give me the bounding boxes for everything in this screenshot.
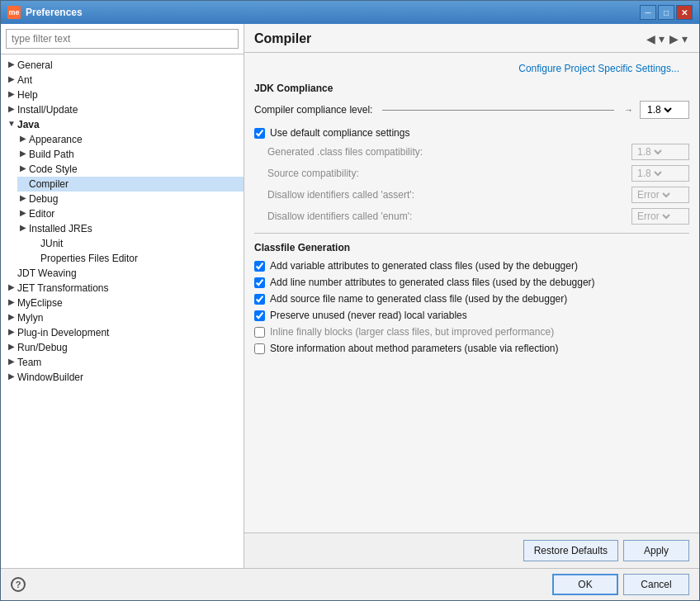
compliance-level-row: Compiler compliance level: → 1.8 1.7 1.6…	[254, 101, 689, 119]
arrow-icon: ▶	[6, 371, 17, 383]
arrow-icon: ▶	[6, 297, 17, 309]
app-icon: me	[7, 6, 21, 19]
sidebar-item-label: Compiler	[29, 178, 69, 190]
restore-apply-row: Restore Defaults Apply	[244, 533, 699, 568]
restore-defaults-button[interactable]: Restore Defaults	[523, 540, 618, 561]
sidebar-item-properties-files-editor[interactable]: Properties Files Editor	[29, 251, 244, 266]
arrow-icon: ▶	[6, 59, 17, 71]
minimize-button[interactable]: ─	[640, 5, 656, 20]
search-box	[1, 24, 244, 54]
add-source-file-checkbox[interactable]	[254, 294, 265, 305]
add-source-file-label: Add source file name to generated class …	[270, 293, 567, 305]
add-variable-attrs-label: Add variable attributes to generated cla…	[270, 260, 578, 272]
sidebar-item-label: Build Path	[29, 149, 74, 160]
sidebar-item-label: JET Transformations	[17, 282, 108, 294]
sidebar-item-label: Properties Files Editor	[40, 253, 138, 264]
sidebar-item-appearance[interactable]: ▶ Appearance	[17, 132, 244, 147]
generated-class-label: Generated .class files compatibility:	[267, 146, 631, 158]
cancel-button[interactable]: Cancel	[623, 574, 689, 595]
help-button[interactable]: ?	[11, 577, 26, 592]
add-line-number-checkbox[interactable]	[254, 277, 265, 288]
sidebar-item-team[interactable]: ▶ Team	[6, 355, 244, 370]
search-input[interactable]	[6, 29, 239, 49]
close-button[interactable]: ✕	[676, 5, 693, 20]
generated-class-row: Generated .class files compatibility: 1.…	[254, 144, 689, 160]
compliance-level-select[interactable]: 1.8 1.7 1.6 1.5 1.4	[644, 103, 674, 116]
sidebar-item-label: Run/Debug	[17, 342, 68, 353]
bottom-area: Restore Defaults Apply	[244, 532, 699, 568]
footer: ? OK Cancel	[1, 568, 699, 600]
sidebar-item-label: Editor	[29, 208, 54, 220]
sidebar-item-general[interactable]: ▶ General	[6, 58, 244, 73]
apply-button[interactable]: Apply	[623, 540, 689, 561]
panel-title: Compiler	[254, 31, 311, 46]
titlebar: me Preferences ─ □ ✕	[1, 1, 699, 24]
generated-class-dropdown: 1.8	[631, 144, 689, 160]
window-controls: ─ □ ✕	[640, 5, 693, 20]
nav-back-button[interactable]: ◀ ▾	[645, 31, 666, 47]
compliance-line	[382, 110, 614, 111]
nav-forward-button[interactable]: ▶ ▾	[668, 31, 689, 47]
jdk-compliance-section-header: JDK Compliance	[254, 83, 689, 94]
sidebar-item-label: Ant	[17, 74, 32, 86]
arrow-icon	[6, 267, 17, 279]
sidebar-item-compiler[interactable]: Compiler	[17, 177, 244, 192]
arrow-icon: ▶	[6, 312, 17, 324]
classfile-generation-section-header: Classfile Generation	[254, 242, 689, 253]
sidebar-item-label: General	[17, 59, 53, 71]
sidebar-item-editor[interactable]: ▶ Editor	[17, 206, 244, 221]
store-method-params-checkbox[interactable]	[254, 343, 265, 354]
sidebar-item-debug[interactable]: ▶ Debug	[17, 192, 244, 206]
sidebar-item-java[interactable]: ▼ Java	[6, 117, 244, 132]
sidebar-item-install-update[interactable]: ▶ Install/Update	[6, 102, 244, 117]
sidebar-item-jet-transformations[interactable]: ▶ JET Transformations	[6, 281, 244, 296]
sidebar-item-build-path[interactable]: ▶ Build Path	[17, 147, 244, 162]
add-variable-attrs-checkbox[interactable]	[254, 261, 265, 272]
enum-row: Disallow identifiers called 'enum': Erro…	[254, 208, 689, 225]
tree-area: ▶ General ▶ Ant ▶ Help ▶ Install/Update	[1, 54, 244, 568]
store-method-params-row: Store information about method parameter…	[254, 343, 689, 354]
sidebar-item-window-builder[interactable]: ▶ WindowBuilder	[6, 370, 244, 385]
assert-label: Disallow identifiers called 'assert':	[267, 189, 631, 201]
enum-select: Error	[634, 210, 673, 223]
sidebar-item-label: Team	[17, 357, 41, 368]
right-panel: Compiler ◀ ▾ ▶ ▾ Configure Project Speci…	[244, 24, 699, 568]
inline-finally-label: Inline finally blocks (larger class file…	[270, 326, 554, 338]
sidebar-item-plugin-development[interactable]: ▶ Plug-in Development	[6, 325, 244, 340]
sidebar-item-label: Plug-in Development	[17, 327, 109, 338]
sidebar-item-installed-jres[interactable]: ▶ Installed JREs	[17, 221, 244, 236]
sidebar-item-help[interactable]: ▶ Help	[6, 88, 244, 102]
inline-finally-row: Inline finally blocks (larger class file…	[254, 326, 689, 338]
configure-project-link[interactable]: Configure Project Specific Settings...	[254, 59, 689, 78]
sidebar-item-run-debug[interactable]: ▶ Run/Debug	[6, 340, 244, 355]
sidebar-item-label: Debug	[29, 193, 58, 205]
source-compat-select: 1.8	[634, 167, 665, 180]
panel-header: Compiler ◀ ▾ ▶ ▾	[244, 24, 699, 53]
arrow-icon: ▶	[6, 357, 17, 368]
sidebar-item-label: JDT Weaving	[17, 267, 77, 279]
sidebar-item-code-style[interactable]: ▶ Code Style	[17, 162, 244, 177]
sidebar-item-jdt-weaving[interactable]: JDT Weaving	[6, 266, 244, 281]
source-compat-label: Source compatibility:	[267, 168, 631, 179]
arrow-icon: ▶	[6, 89, 17, 101]
arrow-icon: ▶	[6, 342, 17, 353]
preserve-unused-checkbox[interactable]	[254, 310, 265, 321]
enum-label: Disallow identifiers called 'enum':	[267, 211, 631, 222]
inline-finally-checkbox[interactable]	[254, 327, 265, 338]
sidebar-item-junit[interactable]: JUnit	[29, 236, 244, 251]
sidebar-item-myeclipse[interactable]: ▶ MyEclipse	[6, 296, 244, 310]
sidebar-item-mylyn[interactable]: ▶ Mylyn	[6, 310, 244, 325]
window-title: Preferences	[26, 7, 640, 18]
maximize-button[interactable]: □	[658, 5, 674, 20]
sidebar-item-ant[interactable]: ▶ Ant	[6, 73, 244, 88]
preserve-unused-row: Preserve unused (never read) local varia…	[254, 310, 689, 321]
source-compat-row: Source compatibility: 1.8	[254, 165, 689, 182]
compliance-level-dropdown[interactable]: 1.8 1.7 1.6 1.5 1.4	[640, 101, 689, 119]
ok-button[interactable]: OK	[552, 574, 618, 595]
compliance-level-label: Compiler compliance level:	[254, 104, 372, 116]
use-default-checkbox[interactable]	[254, 128, 265, 139]
sidebar-item-label: Appearance	[29, 134, 83, 145]
compliance-arrow-icon: →	[624, 105, 633, 115]
preferences-window: me Preferences ─ □ ✕ ▶ General ▶	[0, 0, 700, 601]
store-method-params-label: Store information about method parameter…	[270, 343, 559, 354]
